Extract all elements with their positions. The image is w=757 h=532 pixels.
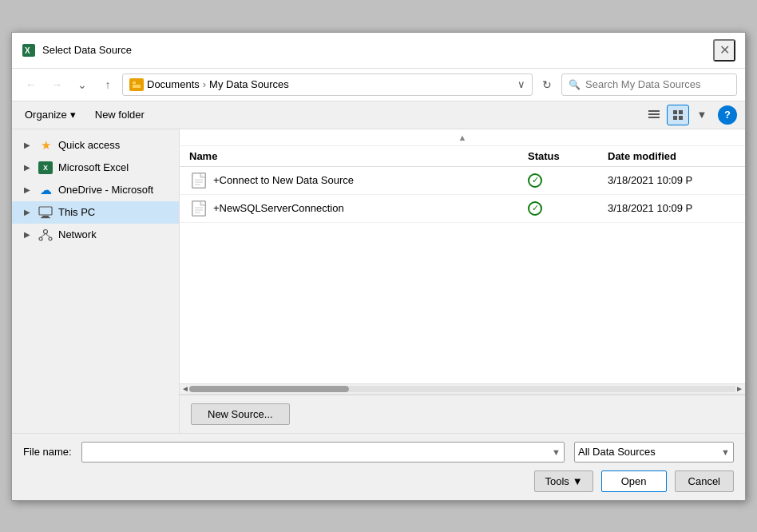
main-content: ▶ ★ Quick access ▶ X Microsoft Excel ▶ ☁…	[12, 129, 745, 433]
col-header-name: Name	[189, 150, 528, 162]
search-box: 🔍	[561, 73, 737, 96]
view-tiles-button[interactable]	[667, 105, 689, 125]
svg-rect-11	[679, 116, 683, 120]
organize-label: Organize	[25, 109, 67, 121]
document-icon	[192, 173, 206, 189]
svg-point-16	[39, 237, 42, 240]
sidebar-item-onedrive[interactable]: ▶ ☁ OneDrive - Microsoft	[12, 179, 179, 201]
view-options-group: ▼	[643, 105, 713, 125]
filetype-label: All Data Sources	[578, 446, 721, 458]
this-pc-chevron-icon: ▶	[22, 208, 33, 216]
file-area: ▲ Name Status Date modified	[180, 129, 745, 433]
filetype-select[interactable]: All Data Sources ▼	[574, 442, 734, 463]
file-list: +Connect to New Data Source ✓ 3/18/2021 …	[180, 167, 745, 383]
onedrive-chevron-icon: ▶	[22, 185, 33, 194]
breadcrumb-folder: My Data Sources	[209, 78, 289, 90]
sidebar-item-this-pc[interactable]: ▶ This PC	[12, 201, 179, 224]
breadcrumb-separator: ›	[203, 78, 206, 90]
filename-input[interactable]	[87, 446, 552, 458]
col-header-status: Status	[528, 150, 608, 162]
back-button[interactable]: ←	[20, 73, 42, 96]
action-row: Tools ▼ Open Cancel	[23, 470, 734, 492]
excel-chevron-icon: ▶	[22, 163, 33, 172]
view-details-button[interactable]	[643, 105, 665, 125]
breadcrumb-documents: Documents	[147, 78, 200, 90]
nav-bar: ← → ⌄ ↑ Documents › My Data Sources ∨ ↻ …	[12, 69, 745, 101]
tools-button[interactable]: Tools ▼	[534, 470, 593, 492]
star-icon: ★	[38, 138, 54, 153]
svg-rect-24	[192, 201, 205, 216]
network-chevron-icon: ▶	[22, 230, 33, 239]
dialog-title: Select Data Source	[42, 44, 707, 56]
tools-chevron-icon: ▼	[573, 475, 583, 487]
scroll-left-icon[interactable]: ◄	[181, 384, 189, 393]
file-icon-1	[189, 172, 208, 189]
new-folder-label: New folder	[95, 109, 145, 121]
filename-dropdown-icon[interactable]: ▼	[552, 447, 561, 457]
status-ok-icon-2: ✓	[528, 201, 542, 216]
scroll-right-icon[interactable]: ►	[735, 384, 743, 393]
svg-rect-14	[41, 217, 50, 218]
document-icon-2	[192, 200, 206, 216]
svg-point-15	[44, 229, 48, 233]
up-button[interactable]: ↑	[97, 73, 119, 96]
sidebar-label-onedrive: OneDrive - Microsoft	[58, 184, 153, 196]
file-icon-2	[189, 200, 208, 217]
sidebar-label-quick-access: Quick access	[58, 139, 120, 151]
svg-rect-13	[42, 216, 49, 217]
help-button[interactable]: ?	[718, 105, 737, 125]
open-button[interactable]: Open	[601, 470, 667, 492]
file-name-1: +Connect to New Data Source	[213, 174, 528, 186]
organize-chevron: ▾	[70, 109, 76, 121]
status-ok-icon-1: ✓	[528, 173, 542, 188]
new-source-button[interactable]: New Source...	[191, 403, 290, 425]
file-date-1: 3/18/2021 10:09 P	[608, 174, 735, 186]
title-bar: X Select Data Source ✕	[12, 33, 745, 69]
svg-rect-12	[39, 207, 52, 215]
file-name-2: +NewSQLServerConnection	[213, 202, 528, 214]
new-folder-button[interactable]: New folder	[90, 106, 149, 123]
search-input[interactable]	[585, 78, 730, 90]
col-header-date: Date modified	[608, 150, 735, 162]
filename-label: File name:	[23, 446, 72, 458]
file-row-2[interactable]: +NewSQLServerConnection ✓ 3/18/2021 10:0…	[180, 195, 745, 223]
collapse-bar[interactable]: ▲	[180, 129, 745, 146]
toolbar: Organize ▾ New folder	[12, 101, 745, 129]
svg-rect-6	[648, 113, 660, 115]
svg-text:X: X	[25, 46, 30, 55]
svg-rect-20	[192, 173, 205, 188]
filename-row: File name: ▼ All Data Sources ▼	[23, 442, 734, 463]
breadcrumb-icon	[129, 78, 144, 91]
svg-rect-9	[679, 110, 683, 114]
forward-button[interactable]: →	[46, 73, 68, 96]
dialog: X Select Data Source ✕ ← → ⌄ ↑ Documents…	[11, 32, 746, 501]
view-dropdown-button[interactable]: ▼	[691, 105, 713, 125]
filetype-chevron-icon: ▼	[721, 447, 730, 457]
file-row-1[interactable]: +Connect to New Data Source ✓ 3/18/2021 …	[180, 167, 745, 195]
svg-rect-3	[133, 81, 136, 84]
refresh-button[interactable]: ↻	[536, 73, 558, 96]
cancel-button[interactable]: Cancel	[675, 470, 734, 492]
onedrive-icon: ☁	[38, 183, 54, 197]
svg-line-19	[46, 233, 50, 237]
app-icon: X	[22, 43, 36, 58]
filename-input-wrap: ▼	[81, 442, 565, 463]
computer-icon	[38, 205, 54, 220]
sidebar-item-network[interactable]: ▶ Network	[12, 224, 179, 246]
organize-button[interactable]: Organize ▾	[20, 106, 81, 123]
breadcrumb: Documents › My Data Sources ∨	[122, 73, 533, 96]
close-button[interactable]: ✕	[713, 39, 735, 62]
sidebar-label-microsoft-excel: Microsoft Excel	[58, 161, 129, 173]
tools-label: Tools	[545, 475, 569, 487]
sidebar-item-quick-access[interactable]: ▶ ★ Quick access	[12, 134, 179, 157]
scroll-track	[189, 386, 349, 392]
breadcrumb-chevron-icon[interactable]: ∨	[517, 78, 525, 90]
file-status-2: ✓	[528, 201, 608, 216]
sidebar-item-microsoft-excel[interactable]: ▶ X Microsoft Excel	[12, 157, 179, 179]
horizontal-scrollbar[interactable]: ◄ ►	[180, 383, 745, 395]
svg-point-17	[49, 237, 52, 240]
toolbar-right: ▼ ?	[643, 105, 737, 125]
recent-locations-button[interactable]: ⌄	[71, 73, 93, 96]
svg-line-18	[41, 233, 46, 237]
file-status-1: ✓	[528, 173, 608, 188]
